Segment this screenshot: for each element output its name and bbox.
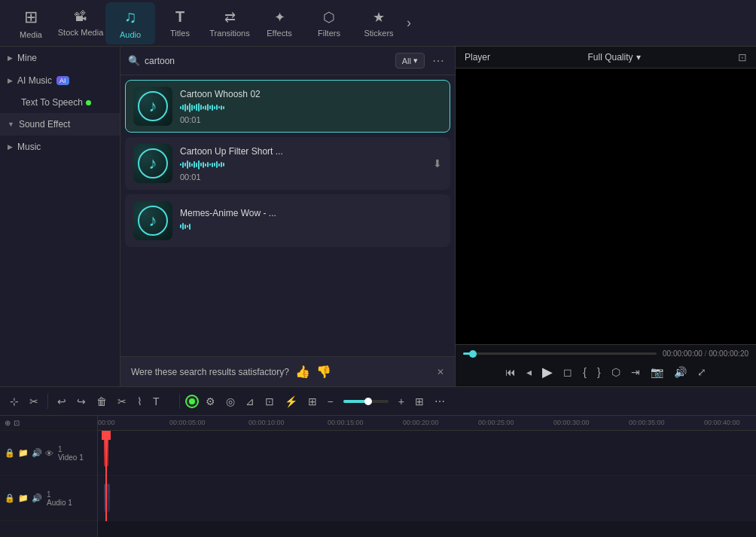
- feedback-close-button[interactable]: ✕: [437, 367, 444, 377]
- split-button[interactable]: ⌇: [133, 394, 146, 409]
- forward-button[interactable]: [166, 400, 174, 403]
- player-video-area: [456, 69, 756, 344]
- titles-icon: T: [175, 8, 184, 26]
- ruler-mark-1: 00:00:05:00: [169, 419, 206, 426]
- text-to-speech-dot: [86, 100, 91, 105]
- player-expand-icon[interactable]: ⊡: [738, 51, 747, 63]
- zoom-slider[interactable]: [343, 400, 389, 403]
- redo-button[interactable]: ↪: [73, 394, 90, 409]
- sidebar-item-ai-music[interactable]: ▶ AI Music AI: [0, 69, 120, 92]
- thumbs-down-button[interactable]: 👎: [316, 365, 331, 379]
- ai-music-arrow-icon: ▶: [8, 77, 13, 84]
- download-icon-2[interactable]: ⬇: [433, 157, 442, 169]
- speed-button[interactable]: ⚡: [281, 394, 301, 409]
- play-button[interactable]: ▶: [539, 362, 556, 382]
- filters-icon: ⬡: [323, 9, 335, 26]
- timeline-tracks[interactable]: 00:00 00:00:05:00 00:00:10:00 00:00:15:0…: [98, 416, 756, 537]
- text-tool-button[interactable]: T: [149, 394, 163, 409]
- track-content-area: [98, 431, 756, 521]
- timeline-labels: ⊕ ⊡ 🔒 📁 🔊 👁 1 Video 1 🔒 📁 🔊 1 Audi: [0, 416, 98, 537]
- toolbar-transitions[interactable]: ⇄ Transitions: [205, 2, 255, 44]
- sidebar-item-mine[interactable]: ▶ Mine: [0, 47, 120, 69]
- timeline-progress-bar[interactable]: [463, 352, 657, 355]
- mark-out-button[interactable]: }: [594, 365, 604, 380]
- add-track-icon[interactable]: ⊕: [5, 419, 11, 427]
- playhead[interactable]: [105, 431, 107, 521]
- audio-item-memes-anime[interactable]: Memes-Anime Wow - ...: [125, 194, 450, 247]
- timeline-scrubber[interactable]: [469, 350, 477, 358]
- thumbs-up-button[interactable]: 👍: [295, 365, 310, 379]
- step-back-button[interactable]: ⏮: [502, 365, 519, 380]
- sidebar-item-text-to-speech[interactable]: Text To Speech: [0, 92, 120, 113]
- toolbar-filters[interactable]: ⬡ Filters: [304, 2, 354, 44]
- search-input[interactable]: [145, 56, 391, 66]
- sidebar-item-music[interactable]: ▶ Music: [0, 136, 120, 158]
- audio-lock-icon[interactable]: 🔒: [5, 493, 15, 503]
- audio-volume-icon[interactable]: 🔊: [32, 493, 42, 503]
- snap-button[interactable]: ⇥: [628, 365, 643, 380]
- snapshot-button[interactable]: 📷: [648, 365, 666, 380]
- toolbar-effects[interactable]: ✦ Effects: [255, 2, 304, 44]
- more-options-button[interactable]: ⋯: [429, 53, 447, 68]
- ai-badge: AI: [56, 76, 69, 85]
- audio-track-label: Audio 1: [47, 499, 72, 507]
- audio-duration-1: 00:01: [180, 115, 442, 124]
- timeline-content: ⊕ ⊡ 🔒 📁 🔊 👁 1 Video 1 🔒 📁 🔊 1 Audi: [0, 416, 756, 537]
- top-toolbar: ⊞ Media 📽 Stock Media ♫ Audio T Titles ⇄…: [0, 0, 756, 47]
- volume-button[interactable]: 🔊: [671, 365, 690, 380]
- marker-button[interactable]: ⊿: [242, 394, 258, 409]
- cut-button[interactable]: ✂: [114, 394, 130, 409]
- audio-folder-icon[interactable]: 📁: [18, 493, 29, 503]
- audio-waveform-1: [180, 102, 442, 113]
- sidebar-item-sound-effect[interactable]: ▼ Sound Effect: [0, 113, 120, 136]
- audio-item-cartoon-up-filter[interactable]: Cartoon Up Filter Short ... 00:01: [125, 137, 450, 190]
- stop-button[interactable]: ◻: [560, 365, 575, 380]
- toolbar-stock-media[interactable]: 📽 Stock Media: [56, 2, 105, 44]
- detach-audio-button[interactable]: ⊡: [261, 394, 278, 409]
- video-audio-icon[interactable]: 🔊: [32, 448, 42, 458]
- quality-value: Full Quality: [587, 52, 633, 63]
- video-folder-icon[interactable]: 📁: [18, 448, 29, 458]
- audio-item-cartoon-whoosh[interactable]: Cartoon Whoosh 02 00:01: [125, 80, 450, 133]
- total-time: 00:00:00:20: [709, 349, 748, 358]
- video-track-label-row: 🔒 📁 🔊 👁 1 Video 1: [0, 431, 97, 476]
- toolbar-titles[interactable]: T Titles: [155, 2, 205, 44]
- mark-in-button[interactable]: {: [580, 365, 590, 380]
- ruler-mark-0: 00:00: [98, 419, 115, 426]
- video-lock-icon[interactable]: 🔒: [5, 448, 15, 458]
- player-timeline: 00:00:00:00 / 00:00:00:20: [463, 349, 748, 358]
- music-arrow-icon: ▶: [8, 143, 13, 151]
- undo-button[interactable]: ↩: [53, 394, 70, 409]
- toolbar-separator-1: [47, 394, 48, 409]
- record-button[interactable]: [185, 395, 199, 408]
- timeline-ruler: 00:00 00:00:05:00 00:00:10:00 00:00:15:0…: [98, 416, 756, 431]
- zoom-out-button[interactable]: −: [324, 394, 337, 409]
- trim-tool-button[interactable]: ✂: [26, 394, 42, 409]
- audio-info-3: Memes-Anime Wow - ...: [180, 208, 442, 234]
- media-icon: ⊞: [24, 8, 38, 27]
- magic-tool-button[interactable]: ⚙: [202, 394, 219, 409]
- filter-all-button[interactable]: All ▾: [395, 53, 425, 69]
- more-timeline-button[interactable]: ⋯: [431, 394, 449, 409]
- select-tool-button[interactable]: ⊹: [6, 394, 23, 409]
- toolbar-audio[interactable]: ♫ Audio: [105, 2, 155, 44]
- ruler-mark-5: 00:00:25:00: [478, 419, 514, 426]
- stock-media-icon: 📽: [74, 9, 87, 25]
- audio-tool-button[interactable]: ◎: [222, 394, 239, 409]
- fullscreen-button[interactable]: ⤢: [694, 365, 709, 380]
- snap-icon[interactable]: ⊡: [14, 419, 20, 427]
- group-button[interactable]: ⊞: [304, 394, 321, 409]
- toolbar-more-chevron[interactable]: ›: [404, 15, 414, 31]
- toolbar-stickers[interactable]: ★ Stickers: [354, 2, 404, 44]
- export-button[interactable]: ⬡: [608, 365, 623, 380]
- main-area: ▶ Mine ▶ AI Music AI Text To Speech ▼ So…: [0, 47, 756, 386]
- frame-back-button[interactable]: ◂: [523, 365, 535, 380]
- delete-button[interactable]: 🗑: [93, 394, 111, 409]
- layout-button[interactable]: ⊞: [411, 394, 428, 409]
- thumb-ring-3: [138, 206, 168, 236]
- toolbar-media[interactable]: ⊞ Media: [6, 2, 56, 44]
- quality-select[interactable]: Full Quality ▾: [587, 52, 640, 63]
- video-eye-icon[interactable]: 👁: [45, 449, 53, 458]
- zoom-in-button[interactable]: +: [395, 394, 408, 409]
- filter-chevron-icon: ▾: [413, 56, 418, 66]
